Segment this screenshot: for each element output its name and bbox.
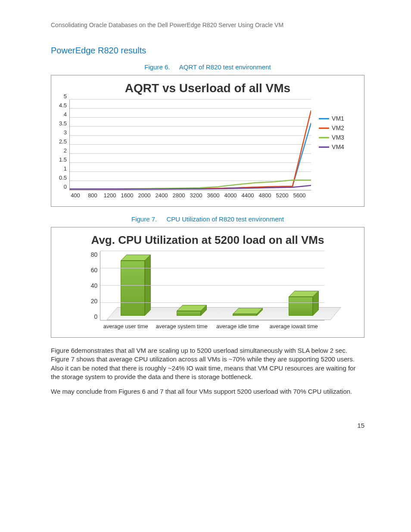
legend-item: VM2	[319, 124, 344, 131]
bar	[177, 311, 201, 316]
chart1-title: AQRT vs Userload of all VMs	[59, 81, 356, 95]
chart1-xaxis: 4008001200160020002400280032003600400044…	[67, 192, 311, 199]
figure6-label: Figure 6.	[144, 63, 170, 71]
figure6-caption: Figure 6. AQRT of R820 test environment	[51, 63, 364, 71]
chart2-xaxis: average user timeaverage system timeaver…	[98, 323, 325, 330]
document-page: Consolidating Oracle Databases on the De…	[0, 0, 411, 446]
chart2-yaxis: 806040200	[91, 251, 98, 320]
figure7-label: Figure 7.	[131, 215, 157, 223]
figure7-text: CPU Utilization of R820 test environment	[166, 215, 284, 223]
chart1-legend: VM1VM2VM3VM4	[319, 112, 344, 153]
legend-item: VM3	[319, 134, 344, 141]
bar	[121, 261, 145, 316]
figure6-text: AQRT of R820 test environment	[179, 63, 271, 71]
bar	[233, 314, 257, 316]
figure7-caption: Figure 7. CPU Utilization of R820 test e…	[51, 215, 364, 223]
chart2-title: Avg. CPU Utilization at 5200 load on all…	[59, 233, 356, 247]
page-number: 15	[51, 422, 364, 429]
paragraph-2: We may conclude from Figures 6 and 7 tha…	[51, 387, 364, 396]
chart1-plot	[69, 100, 311, 190]
legend-item: VM4	[319, 143, 344, 150]
section-heading: PowerEdge R820 results	[51, 46, 364, 56]
chart2-bars	[100, 251, 324, 320]
paragraph-1: Figure 6demonstrates that all VM are sca…	[51, 346, 364, 381]
chart2-plot	[100, 251, 324, 320]
legend-item: VM1	[319, 115, 344, 122]
bar	[289, 297, 313, 316]
figure6-chart: AQRT vs Userload of all VMs 54.543.532.5…	[51, 75, 364, 207]
figure7-chart: Avg. CPU Utilization at 5200 load on all…	[51, 227, 364, 338]
chart1-yaxis: 54.543.532.521.510.50	[59, 100, 67, 190]
page-header: Consolidating Oracle Databases on the De…	[51, 22, 364, 28]
